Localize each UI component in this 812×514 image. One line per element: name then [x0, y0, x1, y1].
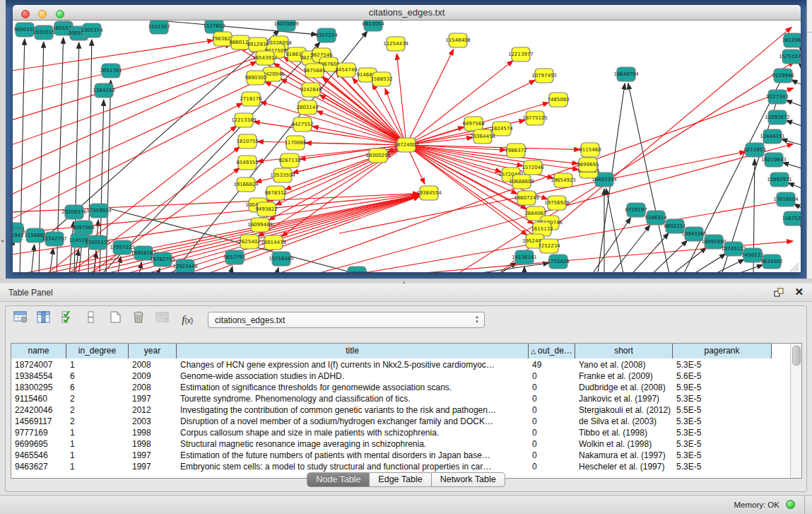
graph-node-label: 8813054: [362, 21, 384, 27]
graph-node-label: 9129946: [772, 73, 794, 78]
table-row[interactable]: 1872400712008Changes of HCN gene express…: [11, 359, 801, 370]
citation-edge-red[interactable]: [13, 47, 249, 120]
citation-edge-black[interactable]: [688, 254, 726, 272]
float-panel-icon[interactable]: [774, 288, 784, 298]
citation-edge-black[interactable]: [792, 80, 801, 85]
citation-edge-black[interactable]: [49, 248, 53, 272]
citation-edge-red[interactable]: [13, 62, 257, 170]
table-selector-dropdown[interactable]: citations_edges.txt ▲▼: [208, 312, 485, 328]
cell-year: 2012: [132, 404, 175, 416]
cell-year: 2009: [132, 370, 175, 382]
panel-collapse-icon[interactable]: ◂: [1, 238, 4, 244]
cell-name: 14569117: [15, 416, 64, 427]
graph-node-label: 8215953: [743, 147, 765, 153]
graph-node-label: 7252234: [538, 243, 560, 249]
cell-short: Tibbo et al. (1998): [579, 427, 671, 438]
citation-edge-black[interactable]: [230, 267, 233, 272]
citation-edge-black[interactable]: [609, 225, 650, 272]
column-header-out_de[interactable]: △out_de…: [529, 344, 575, 358]
graph-node-label: 9493822: [255, 206, 277, 212]
tab-node-table[interactable]: Node Table: [307, 472, 370, 487]
graph-node-label: 18724007: [394, 142, 419, 148]
cell-name: 9777169: [15, 427, 64, 438]
citation-edge-red[interactable]: [305, 143, 406, 145]
cell-short: Dudbridge et al. (2008): [579, 382, 671, 393]
citation-edge-red[interactable]: [406, 49, 454, 145]
table-toolbar: f(x) citations_edges.txt ▲▼: [11, 310, 801, 332]
canvas-resize-grip[interactable]: [796, 269, 799, 271]
column-header-year[interactable]: year: [129, 344, 177, 358]
tab-edge-table[interactable]: Edge Table: [370, 472, 431, 487]
table-row[interactable]: 911546021997Tourette syndrome. Phenomeno…: [11, 393, 801, 404]
citation-edge-black[interactable]: [788, 183, 801, 188]
graph-node-label: 9242848: [300, 87, 322, 93]
graph-node-label: 3915941: [13, 233, 24, 238]
column-header-short[interactable]: short: [575, 344, 673, 358]
table-row[interactable]: 969969511998Structural magnetic resonanc…: [11, 438, 801, 450]
graph-node-label: 1305374: [81, 28, 103, 33]
table-row[interactable]: 977716911998Corpus callosum shape and si…: [11, 427, 801, 438]
graph-node-label: 8357224: [315, 33, 338, 38]
import-table-disabled-button: [153, 310, 172, 329]
citation-edge-black[interactable]: [628, 83, 670, 272]
column-header-name[interactable]: name: [11, 344, 66, 358]
network-canvas[interactable]: 9850155193501516055742005574130537415523…: [13, 21, 801, 272]
citation-edge-black[interactable]: [31, 245, 35, 272]
citation-edge-black[interactable]: [786, 100, 801, 106]
column-header-title[interactable]: title: [177, 344, 529, 358]
citation-edge-black[interactable]: [590, 218, 631, 272]
scrollbar-thumb[interactable]: [792, 346, 801, 366]
cell-name: 9115460: [15, 393, 64, 404]
cell-title: Embryonic stem cells: a model to study s…: [180, 461, 526, 472]
citation-edge-red[interactable]: [13, 78, 264, 194]
graph-node-label: 2450122: [741, 252, 763, 258]
unselect-all-columns-button[interactable]: [82, 310, 100, 329]
citation-network-graph[interactable]: 9850155193501516055742005574130537415523…: [13, 21, 801, 272]
table-row[interactable]: 2242004622012Investigating the contribut…: [11, 404, 801, 416]
cell-pagerank: 5.3E-5: [676, 427, 770, 438]
create-new-table-button[interactable]: [106, 310, 124, 329]
column-header-pagerank[interactable]: pagerank: [673, 344, 772, 358]
citation-edge-red[interactable]: [265, 82, 406, 145]
cell-title: Tourette syndrome. Phenomenology and cla…: [180, 393, 526, 404]
network-window-titlebar[interactable]: citations_edges.txt: [13, 5, 801, 21]
function-builder-button[interactable]: f(x): [177, 310, 198, 329]
delete-table-button[interactable]: [129, 310, 148, 329]
column-header-in_degree[interactable]: in_degree: [66, 344, 129, 358]
table-row[interactable]: 1938455462009Genome-wide association stu…: [11, 370, 801, 382]
close-panel-icon[interactable]: ✕: [794, 286, 804, 298]
table-row[interactable]: 1830029562008Estimation of significance …: [11, 382, 801, 393]
table-row[interactable]: 1456911722003Disruption of a novel membe…: [11, 416, 801, 427]
graph-node-label: 8267130: [278, 158, 300, 163]
citation-edge-black[interactable]: [139, 262, 141, 272]
citation-edge-red[interactable]: [319, 95, 406, 145]
table-row[interactable]: 946362711997Embryonic stem cells: a mode…: [11, 461, 801, 472]
citation-edge-black[interactable]: [606, 189, 624, 272]
citation-edge-red[interactable]: [13, 45, 231, 95]
panel-splitter[interactable]: ▴: [0, 279, 812, 284]
select-all-columns-button[interactable]: [59, 310, 77, 329]
citation-edge-black[interactable]: [728, 264, 763, 272]
table-row[interactable]: 946554611997Estimation of the future num…: [11, 450, 801, 461]
table-vertical-scrollbar[interactable]: [790, 344, 801, 478]
graph-node-label: 10943365: [681, 231, 707, 237]
graph-node-label: 8427552: [291, 122, 313, 127]
cell-year: 1997: [132, 461, 175, 472]
table-options-button[interactable]: [11, 310, 30, 329]
cell-title: Changes of HCN gene expression and I(f) …: [180, 359, 526, 370]
citation-edge-black[interactable]: [782, 163, 801, 168]
graph-node-label: 1588532: [370, 76, 392, 82]
citation-edge-black[interactable]: [786, 120, 801, 126]
citation-edge-red[interactable]: [13, 54, 267, 145]
citation-edge-black[interactable]: [276, 267, 278, 272]
cell-title: Disruption of a novel member of a sodium…: [180, 416, 526, 427]
graph-node-label: 15716485: [269, 256, 294, 262]
right-panel-edge: [806, 0, 812, 279]
canvas-resize-grip[interactable]: [793, 266, 799, 271]
graph-node-label: 12213977: [508, 52, 534, 57]
tab-network-table[interactable]: Network Table: [432, 472, 505, 487]
memory-ok-indicator: [786, 500, 795, 509]
citation-edge-red[interactable]: [260, 102, 406, 145]
citation-edge-red[interactable]: [177, 196, 420, 272]
show-columns-button[interactable]: [35, 310, 53, 329]
